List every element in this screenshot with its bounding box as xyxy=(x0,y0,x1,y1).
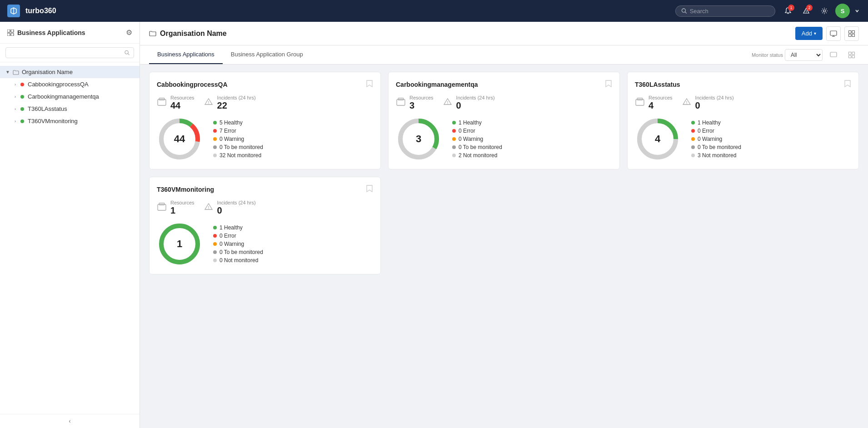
nav-icons: 1 2 S xyxy=(781,4,861,18)
svg-point-48 xyxy=(208,208,209,209)
card-title: Carbookingmanagementqa xyxy=(396,81,478,88)
legend-label-2: 0 Warning xyxy=(219,136,244,142)
card-title: CabbookingprocessQA xyxy=(157,81,228,88)
resources-icon xyxy=(157,202,167,214)
donut-chart: 1 xyxy=(157,221,202,267)
tabs-grid-icon[interactable] xyxy=(844,48,859,62)
user-avatar[interactable]: S xyxy=(835,4,850,18)
card-body: 1 1 Healthy 0 Error 0 Warning 0 To be mo… xyxy=(157,221,373,267)
legend-dot-1 xyxy=(452,129,456,133)
legend-label-3: 0 To be monitored xyxy=(459,144,502,150)
incidents-info: Incidents (24 hrs) 0 xyxy=(695,95,734,111)
legend-label-2: 0 Warning xyxy=(459,136,483,142)
view-monitor-button[interactable] xyxy=(826,26,841,41)
card-t360lasstatus: T360LAsstatus Resources 4 xyxy=(627,72,859,169)
sidebar-title-text: Business Applications xyxy=(17,29,85,36)
add-button[interactable]: Add ▾ xyxy=(795,27,823,40)
legend: 5 Healthy 7 Error 0 Warning 0 To be moni… xyxy=(213,119,263,159)
top-navigation: turbo360 1 2 xyxy=(0,0,868,22)
donut-center-value: 3 xyxy=(416,133,421,145)
svg-rect-7 xyxy=(7,33,10,36)
sidebar-item-cabbookingprocessqa[interactable]: › CabbookingprocessQA xyxy=(0,78,140,90)
legend-dot-2 xyxy=(452,137,456,141)
sidebar-search-icon xyxy=(124,50,130,56)
svg-point-34 xyxy=(447,103,448,104)
card-cabbookingprocessqa: CabbookingprocessQA Resources 44 xyxy=(149,72,381,169)
resources-value: 1 xyxy=(170,205,195,216)
sidebar-item-t360lasstatus[interactable]: › T360LAsstatus xyxy=(0,103,140,115)
card-header: CabbookingprocessQA xyxy=(157,80,373,90)
notification-badge: 1 xyxy=(788,5,794,11)
resources-value: 44 xyxy=(170,100,195,111)
user-menu-chevron[interactable] xyxy=(853,4,861,18)
sidebar-org-item[interactable]: ▼ Organisation Name xyxy=(0,66,140,78)
sidebar-search-input[interactable] xyxy=(10,50,122,56)
search-bar[interactable] xyxy=(675,5,775,17)
sidebar-tree: ▼ Organisation Name › CabbookingprocessQ… xyxy=(0,62,140,414)
tab-business-application-group[interactable]: Business Application Group xyxy=(223,45,311,64)
bookmark-icon[interactable] xyxy=(605,80,612,90)
bookmark-icon[interactable] xyxy=(366,80,373,90)
legend-dot-1 xyxy=(691,129,695,133)
grid-view-button[interactable] xyxy=(844,26,859,41)
resources-metric: Resources 4 xyxy=(635,95,673,111)
legend-label-1: 0 Error xyxy=(698,128,714,134)
notifications-button[interactable]: 1 xyxy=(781,4,795,18)
status-dot-2 xyxy=(20,95,24,99)
svg-rect-21 xyxy=(849,55,852,58)
legend-label-4: 32 Not monitored xyxy=(219,152,261,159)
legend-label-0: 1 Healthy xyxy=(698,119,721,126)
donut-chart: 44 xyxy=(157,116,202,162)
svg-rect-20 xyxy=(852,52,855,55)
main-header-left: Organisation Name xyxy=(149,30,227,38)
bookmark-icon[interactable] xyxy=(844,80,851,90)
incidents-metric: Incidents (24 hrs) 0 xyxy=(443,95,495,111)
resources-icon xyxy=(157,97,167,109)
settings-button[interactable] xyxy=(817,4,832,18)
legend-item-1: 0 Error xyxy=(452,128,502,134)
legend-item-2: 0 Warning xyxy=(452,136,502,142)
svg-rect-31 xyxy=(397,100,405,105)
svg-point-3 xyxy=(806,12,806,13)
legend-item-4: 3 Not monitored xyxy=(691,152,741,159)
alerts-button[interactable]: 2 xyxy=(799,4,813,18)
sidebar-collapse-button[interactable]: ‹ xyxy=(0,414,140,428)
sidebar-label-t360vmmonitoring: T360VMmonitoring xyxy=(28,118,78,124)
alerts-badge: 2 xyxy=(806,5,813,11)
app-logo[interactable] xyxy=(7,5,20,17)
bookmark-icon[interactable] xyxy=(366,184,373,194)
card-header: T360VMmonitoring xyxy=(157,184,373,194)
resources-label: Resources xyxy=(170,200,195,205)
resources-value: 3 xyxy=(409,100,434,111)
legend: 1 Healthy 0 Error 0 Warning 0 To be moni… xyxy=(213,224,263,264)
sidebar-item-carbookingmanagementqa[interactable]: › Carbookingmanagementqa xyxy=(0,90,140,103)
sidebar-label-t360lasstatus: T360LAsstatus xyxy=(28,105,67,112)
legend-item-0: 1 Healthy xyxy=(452,119,502,126)
svg-rect-32 xyxy=(398,98,404,100)
svg-point-4 xyxy=(823,10,826,12)
card-metrics: Resources 4 Incidents (24 hrs) 0 xyxy=(635,95,851,111)
sidebar-grid-icon xyxy=(7,30,15,36)
sidebar-item-t360vmmonitoring[interactable]: › T360VMmonitoring xyxy=(0,115,140,127)
tabs-monitor-icon[interactable] xyxy=(826,48,841,62)
card-title: T360VMmonitoring xyxy=(157,186,214,193)
legend-label-1: 0 Error xyxy=(459,128,475,134)
legend-item-1: 7 Error xyxy=(213,128,263,134)
incidents-icon xyxy=(682,97,692,109)
tabs-bar: Business Applications Business Applicati… xyxy=(140,45,868,65)
legend-dot-4 xyxy=(452,154,456,157)
tab-business-applications[interactable]: Business Applications xyxy=(149,45,223,64)
donut-chart: 3 xyxy=(396,116,441,162)
status-dot-4 xyxy=(20,119,24,123)
folder-icon xyxy=(13,70,19,75)
sidebar-title-group: Business Applications xyxy=(7,29,85,36)
main-layout: Business Applications ⚙ ▼ Organisation N… xyxy=(0,0,868,428)
monitor-status-select[interactable]: All Healthy Warning Error xyxy=(785,49,823,61)
search-input[interactable] xyxy=(690,8,769,15)
card-body: 4 1 Healthy 0 Error 0 Warning 0 To be mo… xyxy=(635,116,851,162)
legend-dot-2 xyxy=(691,137,695,141)
resources-info: Resources 44 xyxy=(170,95,195,111)
sidebar-settings-icon[interactable]: ⚙ xyxy=(126,28,132,37)
legend-item-4: 32 Not monitored xyxy=(213,152,263,159)
legend-item-4: 0 Not monitored xyxy=(213,257,263,264)
